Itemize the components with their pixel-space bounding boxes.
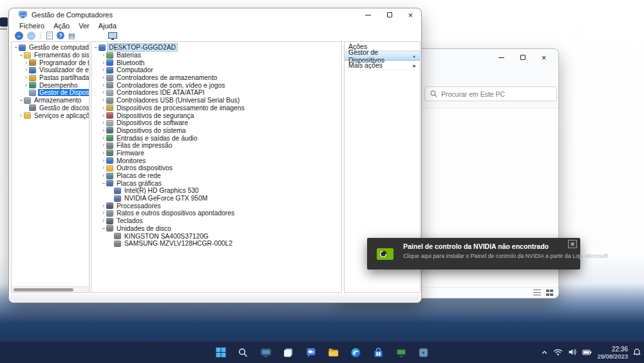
tree-item[interactable]: ›Firmware — [91, 150, 341, 157]
tree-item[interactable]: ›Dispositivos de software — [91, 119, 341, 127]
volume-button[interactable] — [568, 347, 577, 358]
tree-item[interactable]: ›Bluetooth — [91, 59, 341, 66]
chevron-collapsed-icon[interactable]: › — [100, 210, 106, 216]
chevron-collapsed-icon[interactable]: › — [23, 83, 29, 88]
close-button[interactable]: × — [400, 8, 421, 21]
chevron-expanded-icon[interactable]: › — [18, 52, 24, 58]
explorer-search-input[interactable]: Procurar em Este PC — [424, 86, 557, 101]
menu-item-ver[interactable]: Ver — [74, 21, 94, 30]
app-green-button[interactable] — [393, 344, 410, 361]
notification-center-button[interactable] — [633, 347, 641, 358]
maximize-button[interactable] — [379, 8, 400, 21]
app-misc-button[interactable] — [415, 344, 432, 361]
tree-item[interactable]: ›Teclados — [91, 217, 341, 225]
chevron-collapsed-icon[interactable]: › — [100, 158, 106, 164]
chevron-collapsed-icon[interactable]: › — [100, 218, 106, 224]
tree-item[interactable]: ›Controladores de armazenamento — [91, 74, 341, 82]
tree-item[interactable]: ›Desempenho — [12, 81, 89, 89]
tree-item[interactable]: ›Computador — [91, 66, 341, 74]
explorer-close-button[interactable]: × — [533, 52, 554, 63]
menu-item-ajuda[interactable]: Ajuda — [94, 21, 121, 30]
chevron-collapsed-icon[interactable]: › — [23, 67, 29, 73]
tree-item[interactable]: Intel(R) HD Graphics 530 — [91, 187, 341, 195]
tree-item[interactable]: ›Controladores IDE ATA/ATAPI — [91, 89, 341, 97]
start-button[interactable] — [213, 344, 229, 361]
tree-item[interactable]: ›Ratos e outros dispositivos apontadores — [91, 210, 341, 217]
explorer-maximize-button[interactable] — [512, 52, 533, 63]
chat-button[interactable] — [303, 344, 319, 361]
search-button[interactable] — [235, 344, 252, 361]
tree-item[interactable]: ›Processadores — [91, 202, 341, 210]
tree-item[interactable]: KINGSTON SA400S37120G — [91, 232, 341, 240]
horizontal-scrollbar[interactable] — [12, 286, 89, 292]
tree-item[interactable]: ›Dispositivos de segurança — [91, 112, 341, 119]
chevron-collapsed-icon[interactable]: › — [100, 60, 106, 66]
chevron-collapsed-icon[interactable]: › — [100, 105, 106, 111]
tree-item[interactable]: ›Unidades de disco — [91, 225, 341, 233]
grid-view-icon[interactable] — [546, 289, 553, 296]
minimize-button[interactable] — [357, 8, 379, 21]
tree-item[interactable]: ›Controladores USB (Universal Serial Bus… — [91, 97, 341, 104]
task-view-button[interactable] — [280, 344, 297, 361]
chevron-collapsed-icon[interactable]: › — [100, 52, 106, 58]
title-bar[interactable]: Gestão de Computadores × — [9, 8, 421, 21]
explorer-minimize-button[interactable] — [491, 52, 512, 63]
tree-item[interactable]: ›Visualizador de eventos — [12, 66, 89, 74]
tree-item[interactable]: ›Controladores de som, vídeo e jogos — [91, 81, 341, 89]
tree-item[interactable]: ›Monitores — [91, 157, 341, 164]
console-tree-toggle-button[interactable] — [108, 32, 117, 39]
tree-item[interactable]: NVIDIA GeForce GTX 950M — [91, 195, 341, 202]
chevron-collapsed-icon[interactable]: › — [100, 113, 106, 119]
tree-item[interactable]: ›Serviços e aplicações — [12, 112, 89, 119]
tree-item[interactable]: ›Pastas partilhadas — [12, 74, 89, 82]
chevron-expanded-icon[interactable]: › — [100, 181, 106, 186]
chevron-expanded-icon[interactable]: › — [18, 97, 24, 103]
actions-group-header[interactable]: Gestor de Dispositivos ▲ — [345, 51, 420, 61]
chevron-collapsed-icon[interactable]: › — [100, 203, 106, 209]
scrollbar-thumb[interactable] — [14, 288, 73, 291]
tree-item[interactable]: ›Entradas e saídas de áudio — [91, 134, 341, 142]
app-monitor-button[interactable] — [258, 344, 274, 361]
battery-button[interactable] — [582, 347, 592, 358]
chevron-collapsed-icon[interactable]: › — [100, 173, 106, 179]
desktop-shortcut-icon[interactable] — [0, 17, 8, 26]
menu-item-ficheiro[interactable]: Ficheiro — [15, 21, 49, 30]
tree-item[interactable]: Gestor de Dispositivos — [12, 89, 89, 97]
tree-item[interactable]: ›Armazenamento — [12, 97, 89, 104]
tree-item[interactable]: ›Programador de tarefas — [12, 59, 89, 66]
tree-item[interactable]: ›Gestão de computadores (local) — [12, 44, 89, 52]
chevron-collapsed-icon[interactable]: › — [100, 90, 106, 95]
tree-item[interactable]: ›Placas gráficas — [91, 179, 341, 187]
toast-close-button[interactable]: ✕ — [568, 240, 577, 248]
chevron-expanded-icon[interactable]: › — [13, 44, 19, 50]
tree-item[interactable]: ›Dispositivos do sistema — [91, 127, 341, 135]
menu-item-acao[interactable]: Ação — [49, 21, 74, 30]
chevron-collapsed-icon[interactable]: › — [100, 150, 106, 156]
forward-button[interactable]: → — [27, 32, 35, 40]
chevron-expanded-icon[interactable]: › — [100, 226, 106, 231]
chevron-collapsed-icon[interactable]: › — [100, 67, 106, 73]
tree-item[interactable]: SAMSUNG MZVLV128HCGR-000L2 — [91, 240, 341, 248]
tree-item[interactable]: ›Ferramentas do sistema — [12, 52, 89, 59]
tree-item[interactable]: ›Outros dispositivos — [91, 164, 341, 172]
tree-item[interactable]: ›DESKTOP-GGGD2AD — [91, 44, 341, 52]
tree-item[interactable]: ›Placas de rede — [91, 172, 341, 180]
chevron-collapsed-icon[interactable]: › — [100, 83, 106, 88]
edge-button[interactable] — [348, 344, 365, 361]
hidden-icons-button[interactable] — [541, 347, 548, 358]
chevron-collapsed-icon[interactable]: › — [100, 142, 106, 148]
chevron-collapsed-icon[interactable]: › — [100, 135, 106, 141]
collapse-icon[interactable]: ▲ — [412, 54, 416, 58]
tree-item[interactable]: ›Filas de impressão — [91, 142, 341, 150]
chevron-collapsed-icon[interactable]: › — [18, 113, 24, 119]
tree-item[interactable]: Gestão de discos — [12, 104, 89, 112]
export-list-button[interactable] — [46, 32, 53, 39]
chevron-collapsed-icon[interactable]: › — [100, 128, 106, 133]
properties-button[interactable]: ▤ — [68, 32, 75, 39]
chevron-collapsed-icon[interactable]: › — [100, 120, 106, 126]
file-explorer-button[interactable] — [325, 344, 342, 361]
nvidia-toast-notification[interactable]: Painel de controlo da NVIDIA não encontr… — [367, 238, 580, 270]
chevron-collapsed-icon[interactable]: › — [23, 60, 29, 66]
chevron-collapsed-icon[interactable]: › — [100, 165, 106, 171]
chevron-expanded-icon[interactable]: › — [93, 44, 99, 50]
